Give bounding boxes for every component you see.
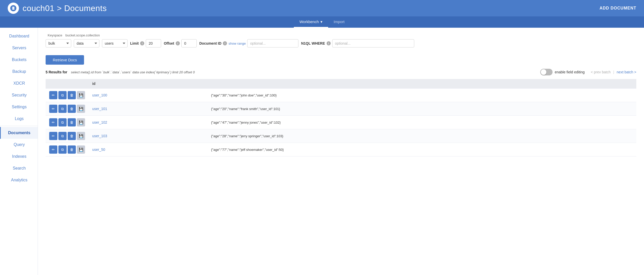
add-document-button[interactable]: ADD DOCUMENT: [599, 6, 636, 11]
keyspace-controls: bulk data users Limit i Offset i Documen…: [46, 39, 636, 47]
limit-group: Limit i: [130, 39, 161, 47]
limit-input[interactable]: [146, 39, 161, 47]
sidebar-item-analytics[interactable]: Analytics: [0, 174, 38, 186]
field-editing-toggle[interactable]: [540, 69, 553, 75]
doc-id-group: Document ID i show range: [199, 39, 299, 47]
collection-select[interactable]: users: [102, 39, 128, 47]
offset-input[interactable]: [181, 39, 197, 47]
doc-id-link[interactable]: user_50: [92, 148, 105, 152]
next-batch-link[interactable]: next batch >: [617, 70, 636, 74]
field-editing-toggle-group: enable field editing: [540, 69, 585, 75]
copy-button[interactable]: ⧉: [58, 132, 67, 140]
table-row: ✏ ⧉ 🗑 💾 user_100 {"age":"30","name":"joh…: [46, 89, 636, 102]
doc-content: {"age":"77","name":"jeff shoemaker","use…: [207, 143, 636, 156]
batch-nav: < prev batch | next batch >: [591, 70, 636, 74]
page-title: couch01 > Documents: [23, 4, 107, 13]
doc-actions: ✏ ⧉ 🗑 💾: [49, 91, 85, 99]
edit-button[interactable]: ✏: [49, 118, 57, 126]
keyspace-section: Keyspace bucket.scope.collection bulk da…: [46, 33, 636, 47]
sidebar-item-logs[interactable]: Logs: [0, 113, 38, 125]
results-bar: 5 Results for select meta().id from `bul…: [46, 69, 636, 75]
scope-select[interactable]: data: [74, 39, 99, 47]
save-button[interactable]: 💾: [77, 91, 85, 99]
delete-button[interactable]: 🗑: [68, 145, 76, 154]
doc-actions: ✏ ⧉ 🗑 💾: [49, 118, 85, 126]
doc-actions: ✏ ⧉ 🗑 💾: [49, 132, 85, 140]
sidebar-item-servers[interactable]: Servers: [0, 42, 38, 54]
doc-actions: ✏ ⧉ 🗑 💾: [49, 105, 85, 113]
sidebar-item-backup[interactable]: Backup: [0, 66, 38, 77]
doc-content: {"age":"20","name":"frank smith","user_i…: [207, 102, 636, 116]
sidebar-item-buckets[interactable]: Buckets: [0, 54, 38, 66]
doc-id-link[interactable]: user_103: [92, 134, 107, 138]
sidebar-item-indexes[interactable]: Indexes: [0, 151, 38, 162]
prev-batch-link[interactable]: < prev batch: [591, 70, 610, 74]
header-left: couch01 > Documents: [8, 3, 107, 14]
logo: [8, 3, 19, 14]
tab-import[interactable]: Import: [328, 16, 350, 28]
sidebar: Dashboard Servers Buckets Backup XDCR Se…: [0, 28, 38, 275]
show-range-link[interactable]: show range: [228, 42, 246, 45]
col-actions: [46, 79, 89, 89]
chevron-down-icon: ▾: [320, 19, 323, 24]
sidebar-item-xdcr[interactable]: XDCR: [0, 77, 38, 89]
table-row: ✏ ⧉ 🗑 💾 user_102 {"age":"47","name":"jen…: [46, 116, 636, 129]
sidebar-divider: [0, 126, 38, 126]
keyspace-label: Keyspace bucket.scope.collection: [46, 33, 636, 37]
table-header-row: id: [46, 79, 636, 89]
delete-button[interactable]: 🗑: [68, 91, 76, 99]
doc-id-input[interactable]: [247, 39, 298, 47]
doc-id-link[interactable]: user_101: [92, 107, 107, 111]
edit-button[interactable]: ✏: [49, 105, 57, 113]
table-row: ✏ ⧉ 🗑 💾 user_103 {"age":"28","name":"jer…: [46, 129, 636, 143]
doc-content: {"age":"28","name":"jerry springer","use…: [207, 129, 636, 143]
doc-id-info-icon: i: [223, 41, 227, 45]
content-area: Keyspace bucket.scope.collection bulk da…: [38, 28, 644, 275]
offset-info-icon: i: [176, 41, 180, 45]
save-button[interactable]: 💾: [77, 145, 85, 154]
tab-workbench[interactable]: Workbench ▾: [294, 16, 328, 28]
toggle-label: enable field editing: [555, 70, 585, 74]
offset-group: Offset i: [164, 39, 196, 47]
bucket-select[interactable]: bulk: [46, 39, 71, 47]
main-layout: Dashboard Servers Buckets Backup XDCR Se…: [0, 28, 644, 275]
results-query-text: select meta().id from `bulk`.`data`.`use…: [71, 70, 195, 74]
doc-id-link[interactable]: user_100: [92, 93, 107, 97]
sidebar-item-query[interactable]: Query: [0, 139, 38, 151]
col-content: [207, 79, 636, 89]
save-button[interactable]: 💾: [77, 118, 85, 126]
sidebar-item-search[interactable]: Search: [0, 162, 38, 174]
doc-content: {"age":"47","name":"jenny jones","user_i…: [207, 116, 636, 129]
sidebar-item-settings[interactable]: Settings: [0, 101, 38, 113]
sub-nav: Workbench ▾ Import: [0, 16, 644, 28]
delete-button[interactable]: 🗑: [68, 105, 76, 113]
copy-button[interactable]: ⧉: [58, 118, 67, 126]
limit-info-icon: i: [140, 41, 144, 45]
retrieve-docs-button[interactable]: Retrieve Docs: [46, 55, 84, 65]
col-id: id: [89, 79, 207, 89]
doc-id-link[interactable]: user_102: [92, 120, 107, 124]
save-button[interactable]: 💾: [77, 105, 85, 113]
sidebar-item-documents[interactable]: Documents: [0, 127, 38, 139]
sidebar-item-dashboard[interactable]: Dashboard: [0, 30, 38, 42]
documents-table: id ✏ ⧉ 🗑 💾 user_100 {"age":"30","name":"…: [46, 79, 636, 156]
n1ql-where-input[interactable]: [332, 39, 414, 47]
doc-actions: ✏ ⧉ 🗑 💾: [49, 145, 85, 154]
n1ql-where-group: N1QL WHERE i: [301, 39, 414, 47]
doc-content: {"age":"30","name":"john doe","user_id":…: [207, 89, 636, 102]
save-button[interactable]: 💾: [77, 132, 85, 140]
delete-button[interactable]: 🗑: [68, 132, 76, 140]
top-header: couch01 > Documents ADD DOCUMENT: [0, 0, 644, 16]
results-count: 5 Results for: [46, 70, 67, 74]
edit-button[interactable]: ✏: [49, 132, 57, 140]
copy-button[interactable]: ⧉: [58, 91, 67, 99]
copy-button[interactable]: ⧉: [58, 105, 67, 113]
edit-button[interactable]: ✏: [49, 145, 57, 154]
sidebar-item-security[interactable]: Security: [0, 89, 38, 101]
edit-button[interactable]: ✏: [49, 91, 57, 99]
table-row: ✏ ⧉ 🗑 💾 user_101 {"age":"20","name":"fra…: [46, 102, 636, 116]
copy-button[interactable]: ⧉: [58, 145, 67, 154]
n1ql-info-icon: i: [327, 41, 331, 45]
table-row: ✏ ⧉ 🗑 💾 user_50 {"age":"77","name":"jeff…: [46, 143, 636, 156]
delete-button[interactable]: 🗑: [68, 118, 76, 126]
